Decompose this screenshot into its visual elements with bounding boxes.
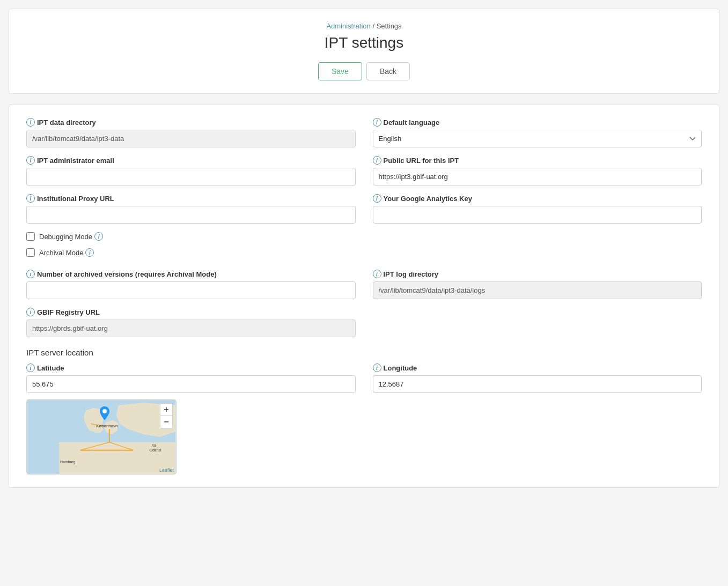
longitude-label: i Longitude bbox=[373, 364, 702, 372]
breadcrumb-separator: / bbox=[372, 22, 374, 30]
google-analytics-group: i Your Google Analytics Key bbox=[373, 194, 702, 224]
default-language-select[interactable]: English French Spanish Portuguese Chines… bbox=[373, 130, 702, 147]
default-language-info-icon[interactable]: i bbox=[373, 118, 381, 127]
header-card: Administration / Settings IPT settings S… bbox=[9, 9, 719, 94]
google-analytics-info-icon[interactable]: i bbox=[373, 194, 381, 203]
gbif-registry-url-info-icon[interactable]: i bbox=[26, 308, 35, 316]
default-language-group: i Default language English French Spanis… bbox=[373, 118, 702, 147]
latitude-group: i Latitude bbox=[26, 364, 356, 393]
debugging-mode-checkbox[interactable] bbox=[26, 232, 35, 241]
breadcrumb: Administration / Settings bbox=[22, 22, 706, 30]
longitude-input[interactable] bbox=[373, 375, 702, 393]
settings-form: i IPT data directory i Default language … bbox=[9, 105, 719, 488]
back-button[interactable]: Back bbox=[366, 62, 410, 80]
public-url-group: i Public URL for this IPT bbox=[373, 156, 702, 186]
breadcrumb-admin-link[interactable]: Administration bbox=[326, 22, 370, 30]
debugging-mode-row: Debugging Mode i bbox=[26, 232, 702, 241]
server-location-title: IPT server location bbox=[26, 348, 702, 357]
svg-text:København: København bbox=[96, 424, 117, 428]
public-url-input[interactable] bbox=[373, 168, 702, 186]
proxy-url-label: i Institutional Proxy URL bbox=[26, 194, 356, 203]
archival-mode-checkbox[interactable] bbox=[26, 248, 35, 257]
ipt-data-directory-info-icon[interactable]: i bbox=[26, 118, 35, 127]
ipt-log-directory-label: i IPT log directory bbox=[373, 270, 702, 278]
map-background: København Ka Gdansl Hamburg + − bbox=[27, 400, 176, 474]
ipt-log-directory-input bbox=[373, 281, 702, 299]
proxy-url-info-icon[interactable]: i bbox=[26, 194, 35, 203]
proxy-url-input[interactable] bbox=[26, 206, 356, 224]
ipt-admin-email-group: i IPT administrator email bbox=[26, 156, 356, 186]
longitude-info-icon[interactable]: i bbox=[373, 364, 381, 372]
archived-versions-label: i Number of archived versions (requires … bbox=[26, 270, 356, 278]
page-title: IPT settings bbox=[22, 34, 706, 51]
map-zoom-out-button[interactable]: − bbox=[160, 416, 172, 428]
proxy-url-group: i Institutional Proxy URL bbox=[26, 194, 356, 224]
svg-text:Ka: Ka bbox=[152, 443, 157, 447]
save-button[interactable]: Save bbox=[318, 62, 362, 80]
latitude-input[interactable] bbox=[26, 375, 356, 393]
archival-mode-row: Archival Mode i bbox=[26, 248, 702, 257]
map-zoom-controls: + − bbox=[160, 403, 173, 428]
latitude-info-icon[interactable]: i bbox=[26, 364, 35, 372]
svg-text:Hamburg: Hamburg bbox=[60, 460, 75, 464]
public-url-label: i Public URL for this IPT bbox=[373, 156, 702, 165]
ipt-log-directory-info-icon[interactable]: i bbox=[373, 270, 381, 278]
ipt-log-directory-group: i IPT log directory bbox=[373, 270, 702, 299]
latitude-label: i Latitude bbox=[26, 364, 356, 372]
longitude-group: i Longitude bbox=[373, 364, 702, 393]
archived-versions-input[interactable] bbox=[26, 281, 356, 299]
map-container[interactable]: København Ka Gdansl Hamburg + − bbox=[26, 399, 177, 474]
checkboxes-group: Debugging Mode i Archival Mode i bbox=[26, 232, 702, 261]
archival-mode-label: Archival Mode i bbox=[39, 248, 94, 257]
ipt-data-directory-group: i IPT data directory bbox=[26, 118, 356, 147]
archived-versions-group: i Number of archived versions (requires … bbox=[26, 270, 356, 299]
svg-text:Gdansl: Gdansl bbox=[150, 448, 161, 452]
default-language-label: i Default language bbox=[373, 118, 702, 127]
ipt-data-directory-label: i IPT data directory bbox=[26, 118, 356, 127]
google-analytics-label: i Your Google Analytics Key bbox=[373, 194, 702, 203]
gbif-registry-url-label: i GBIF Registry URL bbox=[26, 308, 356, 316]
public-url-info-icon[interactable]: i bbox=[373, 156, 381, 165]
debugging-mode-info-icon[interactable]: i bbox=[94, 232, 103, 241]
ipt-admin-email-input[interactable] bbox=[26, 168, 356, 186]
ipt-admin-email-label: i IPT administrator email bbox=[26, 156, 356, 165]
map-marker bbox=[100, 406, 109, 422]
svg-marker-5 bbox=[59, 442, 175, 474]
archived-versions-info-icon[interactable]: i bbox=[26, 270, 35, 278]
leaflet-attribution[interactable]: Leaflet bbox=[159, 468, 174, 473]
google-analytics-input[interactable] bbox=[373, 206, 702, 224]
map-zoom-in-button[interactable]: + bbox=[160, 404, 172, 416]
archival-mode-info-icon[interactable]: i bbox=[85, 248, 94, 257]
header-actions: Save Back bbox=[22, 62, 706, 80]
breadcrumb-current: Settings bbox=[377, 22, 402, 30]
ipt-data-directory-input bbox=[26, 130, 356, 147]
gbif-registry-url-input bbox=[26, 320, 356, 337]
gbif-registry-url-group: i GBIF Registry URL bbox=[26, 308, 356, 337]
debugging-mode-label: Debugging Mode i bbox=[39, 232, 103, 241]
ipt-admin-email-info-icon[interactable]: i bbox=[26, 156, 35, 165]
svg-point-15 bbox=[102, 409, 107, 413]
